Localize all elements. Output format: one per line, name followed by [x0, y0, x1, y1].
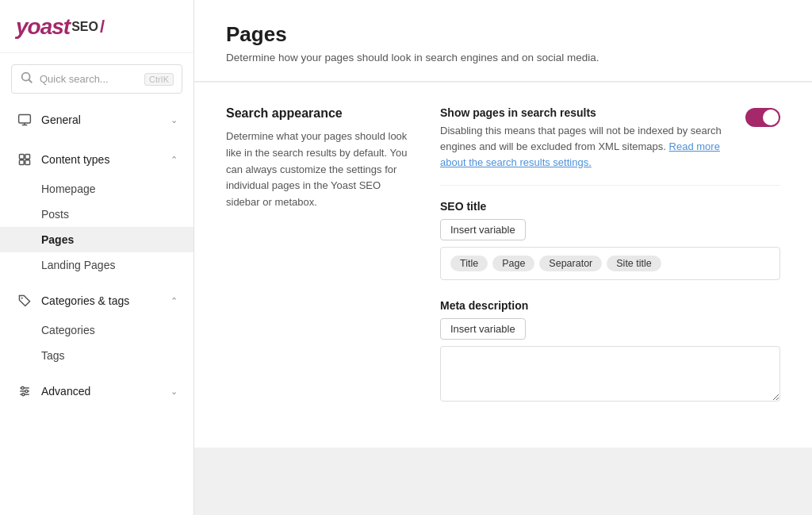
- section-right: Show pages in search results Disabling t…: [440, 106, 780, 424]
- svg-point-15: [22, 393, 25, 395]
- sidebar-item-landing-pages-label: Landing Pages: [41, 259, 115, 271]
- sidebar-item-advanced-label: Advanced: [41, 385, 170, 398]
- search-appearance-section: Search appearance Determine what your pa…: [194, 83, 812, 448]
- seo-title-tag-row: Title Page Separator Site title: [440, 247, 780, 280]
- nav-section-categories-tags: Categories & tags ⌃ Categories Tags: [0, 281, 193, 371]
- show-in-results-desc: Disabling this means that pages will not…: [440, 123, 730, 171]
- sidebar-item-content-types[interactable]: Content types ⌃: [0, 143, 193, 176]
- nav-section-content-types: Content types ⌃ Homepage Posts Pages Lan…: [0, 140, 193, 281]
- monitor-icon: [16, 111, 33, 129]
- tag-title: Title: [450, 256, 488, 271]
- nav-section-advanced: Advanced ⌄: [0, 371, 193, 411]
- svg-point-14: [25, 390, 28, 392]
- seo-title-insert-variable-button[interactable]: Insert variable: [440, 219, 526, 240]
- section-left: Search appearance Determine what your pa…: [226, 106, 408, 424]
- sidebar-item-content-types-label: Content types: [41, 153, 170, 166]
- chevron-down-icon-3: ⌄: [170, 386, 178, 397]
- sidebar-item-homepage-label: Homepage: [41, 183, 96, 195]
- toggle-check-icon: ✓: [768, 112, 776, 122]
- sidebar-item-categories-tags-label: Categories & tags: [41, 294, 170, 307]
- sidebar-item-categories[interactable]: Categories: [0, 317, 193, 343]
- meta-description-label: Meta description: [440, 299, 780, 312]
- svg-rect-8: [25, 160, 30, 165]
- sidebar-item-general-label: General: [41, 113, 170, 126]
- chevron-up-icon: ⌃: [170, 155, 178, 165]
- meta-description-section: Meta description Insert variable: [440, 299, 780, 405]
- svg-rect-2: [19, 114, 31, 123]
- sidebar-item-pages-label: Pages: [41, 233, 74, 246]
- main-content: Pages Determine how your pages should lo…: [194, 0, 812, 515]
- sidebar-item-landing-pages[interactable]: Landing Pages: [0, 252, 193, 278]
- sidebar-item-homepage[interactable]: Homepage: [0, 176, 193, 202]
- categories-tags-icon: [16, 292, 33, 309]
- seo-title-label: SEO title: [440, 200, 780, 213]
- search-appearance-heading: Search appearance: [226, 106, 408, 121]
- tag-site-title: Site title: [607, 256, 661, 271]
- nav-section-general: General ⌄: [0, 100, 193, 140]
- search-shortcut: CtrIK: [144, 73, 174, 86]
- svg-point-9: [21, 298, 23, 299]
- sidebar-item-tags[interactable]: Tags: [0, 343, 193, 368]
- search-bar[interactable]: Quick search... CtrIK: [11, 64, 182, 94]
- search-icon: [20, 71, 34, 87]
- sidebar-item-tags-label: Tags: [41, 349, 65, 362]
- logo-slash: /: [100, 17, 105, 37]
- page-subtitle: Determine how your pages should look in …: [226, 52, 780, 63]
- meta-description-textarea[interactable]: [440, 346, 780, 402]
- svg-point-0: [22, 73, 30, 81]
- show-in-results-label: Show pages in search results: [440, 106, 730, 119]
- sliders-icon: [16, 382, 33, 400]
- page-header: Pages Determine how your pages should lo…: [194, 0, 812, 82]
- sidebar-item-categories-label: Categories: [41, 324, 95, 336]
- svg-line-1: [29, 79, 32, 83]
- logo: yoast SEO /: [0, 0, 193, 53]
- search-placeholder: Quick search...: [40, 73, 144, 85]
- svg-rect-6: [25, 154, 30, 159]
- search-appearance-desc: Determine what your pages should look li…: [226, 129, 408, 211]
- meta-description-insert-variable-button[interactable]: Insert variable: [440, 318, 526, 340]
- tag-separator: Separator: [539, 256, 602, 271]
- chevron-up-icon-2: ⌃: [170, 296, 178, 306]
- show-in-results-text: Show pages in search results Disabling t…: [440, 106, 730, 171]
- logo-yoast: yoast: [16, 14, 70, 40]
- show-in-results-toggle[interactable]: ✓: [745, 108, 780, 127]
- sidebar-item-posts[interactable]: Posts: [0, 202, 193, 227]
- sidebar-item-advanced[interactable]: Advanced ⌄: [0, 375, 193, 408]
- seo-title-section: SEO title Insert variable Title Page Sep…: [440, 200, 780, 280]
- content-area: Search appearance Determine what your pa…: [194, 83, 812, 448]
- page-title: Pages: [226, 22, 780, 47]
- content-types-icon: [16, 151, 33, 168]
- sidebar-item-general[interactable]: General ⌄: [0, 103, 193, 136]
- sidebar-item-categories-tags[interactable]: Categories & tags ⌃: [0, 284, 193, 317]
- tag-page: Page: [492, 256, 534, 271]
- sidebar: yoast SEO / Quick search... CtrIK Genera…: [0, 0, 194, 515]
- svg-rect-7: [19, 160, 24, 165]
- sidebar-item-posts-label: Posts: [41, 208, 69, 221]
- logo-seo: SEO: [71, 20, 98, 34]
- show-in-results-row: Show pages in search results Disabling t…: [440, 106, 780, 171]
- sidebar-item-pages[interactable]: Pages: [0, 227, 193, 252]
- svg-rect-5: [19, 154, 24, 159]
- svg-point-13: [21, 386, 24, 389]
- chevron-down-icon: ⌄: [170, 115, 178, 125]
- divider: [440, 185, 780, 186]
